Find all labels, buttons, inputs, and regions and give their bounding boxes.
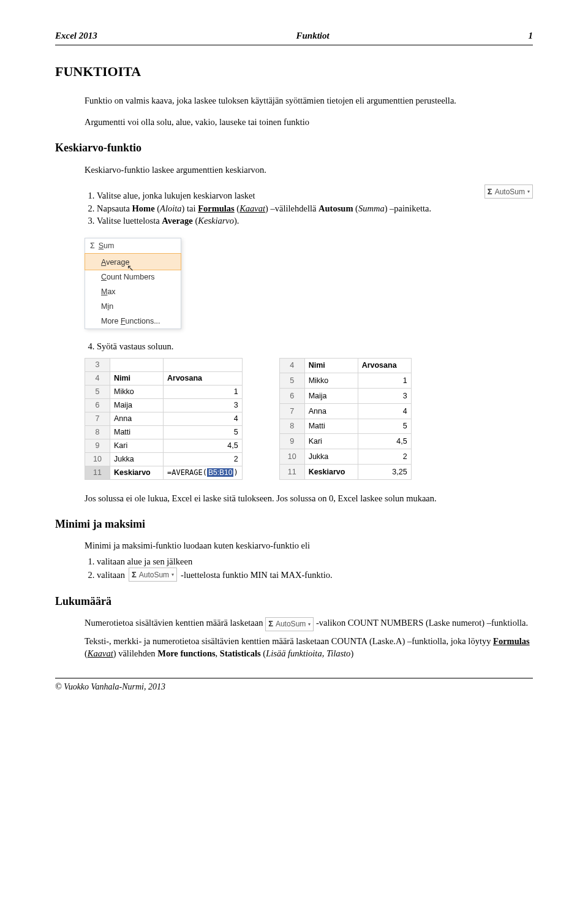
section-keskiarvo: Keskiarvo-funktio (55, 142, 533, 154)
autosum-button-inline-2[interactable]: Σ AutoSum ▾ (265, 617, 314, 631)
note-solussa: Jos solussa ei ole lukua, Excel ei laske… (85, 492, 533, 504)
luku-p1: Numerotietoa sisältävien kenttien määrä … (85, 617, 533, 631)
header-right: 1 (528, 31, 533, 41)
header-left: Excel 2013 (55, 31, 97, 41)
section-minmax: Minimi ja maksimi (55, 518, 533, 531)
footer-text: © Vuokko Vanhala-Nurmi, 2013 (55, 682, 533, 692)
section-lukumaara: Lukumäärä (55, 595, 533, 608)
excel-table-formula: 3 4NimiArvosana 5Mikko1 6Maija3 7Anna4 8… (85, 358, 243, 480)
menu-item-average[interactable]: Average↖ (85, 253, 181, 270)
step-2: Napsauta Home (Aloita) tai Formulas (Kaa… (97, 202, 472, 215)
mm-step-2: valitaan Σ AutoSum ▾ -luettelosta funkti… (97, 568, 533, 582)
intro-paragraph-2: Argumentti voi olla solu, alue, vakio, l… (85, 116, 533, 128)
page-title: FUNKTIOITA (55, 64, 533, 80)
sigma-icon: Σ (488, 187, 492, 196)
minmax-block: Minimi ja maksimi-funktio luodaan kuten … (85, 539, 533, 582)
running-header: Excel 2013 Funktiot 1 (55, 31, 533, 41)
sigma-icon: Σ (268, 618, 273, 629)
menu-item-max[interactable]: Max (85, 284, 181, 299)
chevron-down-icon: ▾ (308, 621, 311, 628)
cursor-icon: ↖ (127, 263, 134, 273)
excel-table-result: 4NimiArvosana 5Mikko1 6Maija3 7Anna4 8Ma… (279, 358, 412, 480)
sigma-icon: Σ (90, 241, 95, 250)
minmax-desc: Minimi ja maksimi-funktio luodaan kuten … (85, 539, 533, 552)
menu-item-min[interactable]: Min (85, 299, 181, 314)
chevron-down-icon: ▾ (172, 571, 174, 578)
autosum-button-inline[interactable]: Σ AutoSum ▾ (129, 568, 177, 582)
footer-rule (55, 678, 533, 678)
autosum-button[interactable]: Σ AutoSum ▾ (484, 184, 533, 199)
sigma-icon: Σ (132, 569, 137, 580)
chevron-down-icon: ▾ (527, 189, 530, 194)
step-4: Syötä vastaus soluun. (97, 340, 533, 352)
menu-head[interactable]: Σ Sum (85, 238, 181, 254)
step-1: Valitse alue, jonka lukujen keskiarvon l… (97, 189, 472, 202)
keskiarvo-desc: Keskiarvo-funktio laskee argumenttien ke… (85, 164, 533, 176)
mm-step-1: valitaan alue ja sen jälkeen (97, 555, 533, 568)
luku-p2: Teksti-, merkki- ja numerotietoa sisältä… (85, 635, 533, 660)
autosum-label: AutoSum (495, 188, 525, 196)
keskiarvo-steps-cont: Syötä vastaus soluun. (55, 340, 533, 352)
step-3: Valitse luettelosta Average (Keskiarvo). (97, 215, 472, 227)
menu-item-more[interactable]: More Functions... (85, 314, 181, 329)
header-rule (55, 45, 533, 45)
luku-block: Numerotietoa sisältävien kenttien määrä … (85, 617, 533, 659)
autosum-dropdown: Σ Sum Average↖ Count Numbers Max Min Mor… (85, 238, 181, 329)
formula-cell[interactable]: =AVERAGE(B5:B10) (164, 466, 243, 479)
tables-row: 3 4NimiArvosana 5Mikko1 6Maija3 7Anna4 8… (85, 358, 533, 480)
header-center: Funktiot (296, 31, 330, 41)
intro-paragraph-1: Funktio on valmis kaava, joka laskee tul… (85, 94, 533, 107)
keskiarvo-steps: Valitse alue, jonka lukujen keskiarvon l… (55, 189, 472, 227)
